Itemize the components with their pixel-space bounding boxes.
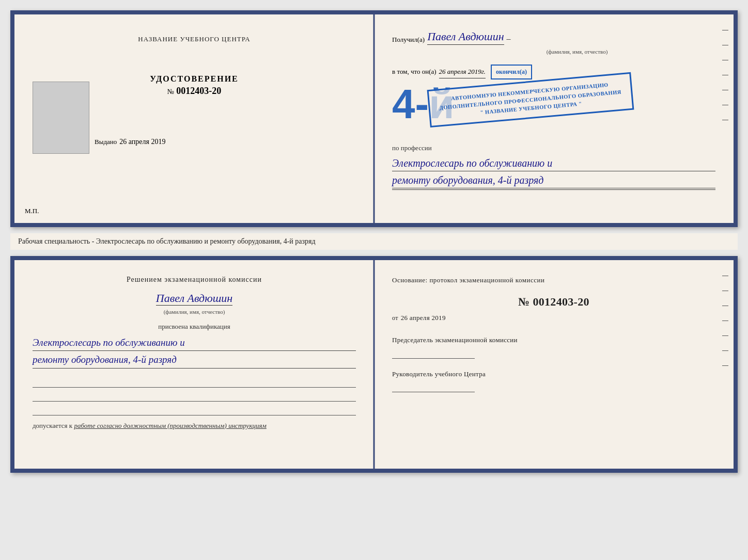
photo-placeholder — [33, 82, 89, 154]
recipient-dash: – — [507, 32, 511, 45]
osnov-number-value: 0012403-20 — [533, 295, 589, 308]
bottom-certificate: Решением экзаменационной комиссии Павел … — [10, 256, 738, 473]
bottom-person-subtitle: (фамилия, имя, отчество) — [33, 309, 356, 315]
sig-line-3 — [33, 404, 356, 415]
grade-stamp-area: 4-й АВТОНОМНУЮ НЕКОММЕРЧЕСКУЮ ОРГАНИЗАЦИ… — [392, 84, 715, 135]
deco-line-1 — [722, 30, 728, 30]
profession-line2: ремонту оборудования, 4-й разряд — [392, 172, 715, 188]
deco-line-5 — [722, 90, 728, 90]
prisvoyena-label: присвоена квалификация — [33, 323, 356, 331]
qual-line1: Электрослесарь по обслуживанию и — [33, 335, 356, 351]
qualification-text: Электрослесарь по обслуживанию и ремонту… — [33, 335, 356, 369]
dopuskaetsya-block: допускается к работе согласно должностны… — [33, 422, 356, 430]
mp-label: М.П. — [25, 207, 39, 215]
top-certificate: НАЗВАНИЕ УЧЕБНОГО ЦЕНТРА УДОСТОВЕРЕНИЕ №… — [10, 10, 738, 227]
bottom-person-name: Павел Авдюшин — [156, 292, 232, 306]
cert-left-side: НАЗВАНИЕ УЧЕБНОГО ЦЕНТРА УДОСТОВЕРЕНИЕ №… — [14, 14, 374, 223]
bottom-deco-line-4 — [722, 321, 728, 321]
signature-lines-group — [33, 376, 356, 415]
bottom-deco-line-2 — [722, 291, 728, 291]
bottom-deco-line-6 — [722, 350, 728, 351]
date-prefix: от — [392, 314, 398, 322]
osnov-number-prefix: № — [518, 295, 529, 308]
cert-right-side: Получил(а) Павел Авдюшин – (фамилия, имя… — [374, 14, 734, 223]
profession-name: Электрослесарь по обслуживанию и ремонту… — [392, 155, 715, 190]
profession-section: по профессии Электрослесарь по обслужива… — [392, 143, 715, 190]
profession-line1: Электрослесарь по обслуживанию и — [392, 155, 715, 171]
recipient-prefix: Получил(а) — [392, 35, 425, 45]
middle-specialty-text: Рабочая специальность - Электрослесарь п… — [10, 233, 738, 250]
bottom-deco-line-5 — [722, 335, 728, 336]
osnov-number: № 0012403-20 — [392, 295, 715, 309]
udostoverenie-label: УДОСТОВЕРЕНИЕ — [150, 74, 239, 84]
deco-line-6 — [722, 105, 728, 105]
director-label: Руководитель учебного Центра — [392, 369, 715, 379]
issued-label: Выдано — [95, 138, 117, 146]
dopuskaetsya-label: допускается к — [33, 422, 72, 429]
bottom-deco-line-1 — [722, 276, 728, 276]
cert-number-value: 0012403-20 — [176, 86, 221, 96]
chairman-signature-line — [392, 358, 475, 359]
decision-title: Решением экзаменационной комиссии — [33, 276, 356, 284]
bottom-deco-line-3 — [722, 306, 728, 306]
qual-line2: ремонту оборудования, 4-й разряд — [33, 352, 356, 368]
director-signature-line — [392, 392, 475, 392]
cert-issued-line: Выдано 26 апреля 2019 — [95, 138, 356, 146]
sig-line-2 — [33, 390, 356, 402]
sig-line-1 — [33, 376, 356, 388]
deco-line-3 — [722, 60, 728, 60]
director-section: Руководитель учебного Центра — [392, 369, 715, 393]
profession-label: по профессии — [392, 143, 715, 154]
deco-line-2 — [722, 45, 728, 45]
stamp-overlay: АВТОНОМНУЮ НЕКОММЕРЧЕСКУЮ ОРГАНИЗАЦИЮ ДО… — [427, 72, 634, 127]
recipient-name: Павел Авдюшин — [427, 30, 504, 45]
date-value: 26 апреля 2019 — [401, 314, 446, 322]
okoncil-label: окончил(а) — [491, 65, 532, 79]
bottom-left-side: Решением экзаменационной комиссии Павел … — [14, 260, 374, 469]
udostoverenie-block: УДОСТОВЕРЕНИЕ № 0012403-20 — [150, 74, 239, 97]
osnovanie-section: Основание: протокол экзаменационной коми… — [392, 276, 715, 392]
osnov-title: Основание: протокол экзаменационной коми… — [392, 276, 715, 285]
issued-date: 26 апреля 2019 — [119, 138, 165, 146]
recipient-subtitle: (фамилия, имя, отчество) — [439, 47, 715, 57]
vtom-label: в том, что он(а) — [392, 67, 437, 77]
vtom-line: в том, что он(а) 26 апреля 2019г. окончи… — [392, 65, 715, 79]
deco-line-7 — [722, 120, 728, 120]
chairman-section: Председатель экзаменационной комиссии — [392, 335, 715, 359]
training-center-title: НАЗВАНИЕ УЧЕБНОГО ЦЕНТРА — [138, 35, 250, 43]
recipient-line: Получил(а) Павел Авдюшин – — [392, 30, 715, 45]
cert-number-prefix: № — [167, 88, 174, 95]
vtom-date: 26 апреля 2019г. — [439, 67, 486, 78]
deco-line-4 — [722, 75, 728, 75]
right-deco-lines — [722, 30, 728, 120]
dopuskaetsya-value: работе согласно должностным (производств… — [74, 422, 266, 429]
bottom-right-side: Основание: протокол экзаменационной коми… — [374, 260, 734, 469]
bottom-deco-line-7 — [722, 365, 728, 366]
chairman-label: Председатель экзаменационной комиссии — [392, 335, 715, 345]
page-wrapper: НАЗВАНИЕ УЧЕБНОГО ЦЕНТРА УДОСТОВЕРЕНИЕ №… — [10, 10, 738, 473]
bottom-right-deco-lines — [722, 276, 728, 366]
osnov-date-line: от 26 апреля 2019 — [392, 314, 715, 322]
